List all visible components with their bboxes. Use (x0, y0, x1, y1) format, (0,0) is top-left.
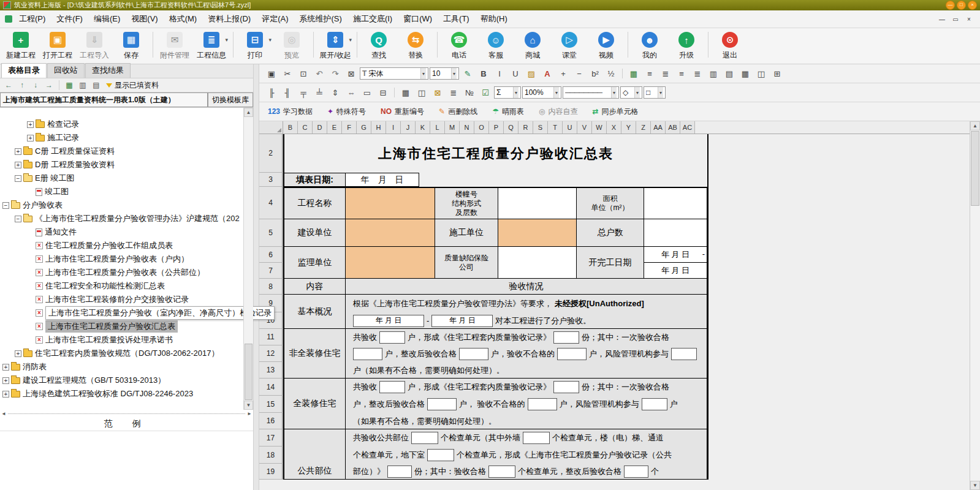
font-color-icon[interactable]: A (540, 66, 555, 81)
menu-data-report[interactable]: 资料上报(D) (202, 10, 256, 28)
panel-splitter[interactable] (253, 64, 259, 490)
check-icon[interactable]: ☑ (478, 85, 493, 100)
column-header[interactable]: F (342, 121, 357, 134)
save-button[interactable]: ▦保存 (113, 28, 150, 61)
minimize-button[interactable]: — (946, 1, 955, 10)
expander-icon[interactable]: + (2, 391, 9, 398)
find-button[interactable]: Q查找 (360, 28, 397, 61)
tree-item[interactable]: +住宅工程套内质量验收规范（DG/TJ08-2062-2017） (0, 347, 253, 360)
input-box[interactable] (557, 348, 587, 360)
formula-select[interactable]: Σ ▾ (494, 86, 521, 99)
tree-item[interactable]: +消防表 (0, 360, 253, 374)
row-header[interactable]: 4 (259, 187, 283, 219)
list-view-icon[interactable]: ▤ (90, 79, 102, 91)
tree-item[interactable]: 上海市住宅工程装修前分户交接验收记录 (0, 293, 253, 306)
row-header[interactable]: 5 (259, 219, 283, 247)
border-all-icon[interactable]: ⊞ (770, 66, 784, 81)
insert-row-above-icon[interactable]: ╤ (296, 85, 311, 100)
menu-construction-disclosure[interactable]: 施工交底(I) (348, 10, 398, 28)
numbered-list-icon[interactable]: ≣ (446, 85, 461, 100)
split-icon[interactable]: ◫ (414, 85, 429, 100)
column-header[interactable]: T (548, 121, 563, 134)
row-height-icon[interactable]: ⇕ (328, 85, 343, 100)
undo-icon[interactable]: ↶ (312, 66, 327, 81)
finish-date-input[interactable]: 年 月 日 (644, 263, 707, 279)
preview-button[interactable]: ◎预览 (273, 28, 310, 61)
supervisor-input[interactable] (346, 247, 435, 279)
borders-grid-icon[interactable]: ▦ (738, 66, 753, 81)
phone-button[interactable]: ☎电话 (441, 28, 477, 61)
exit-button[interactable]: ⊙退出 (712, 28, 748, 61)
input-box[interactable] (528, 398, 557, 410)
nav-forward-icon[interactable]: → (43, 79, 55, 91)
expander-icon[interactable]: + (15, 350, 21, 357)
tab-form-directory[interactable]: 表格目录 (1, 63, 47, 78)
switch-template-button[interactable]: 切换模板库 (208, 92, 253, 107)
input-box[interactable] (642, 398, 667, 410)
scroll-left-icon[interactable]: ◄ (1, 411, 6, 417)
column-header[interactable]: O (474, 121, 489, 134)
merge-cells-icon[interactable]: ▭ (360, 85, 374, 100)
menu-help[interactable]: 帮助(H) (475, 10, 513, 28)
tree-item[interactable]: 通知文件 (0, 225, 253, 239)
dropdown-arrow-icon[interactable]: ▾ (268, 37, 272, 43)
filter-filled-toggle[interactable]: 显示已填资料 (104, 80, 161, 91)
input-box[interactable] (459, 348, 488, 360)
tree-item[interactable]: +上海绿色建筑工程验收标准 DG/TJ08-2246-2023 (0, 387, 253, 401)
menu-edit[interactable]: 编辑(E) (88, 10, 126, 28)
row-header[interactable]: 17 (259, 429, 283, 447)
column-header[interactable]: U (563, 121, 577, 134)
expander-icon[interactable]: + (27, 121, 34, 128)
expander-icon[interactable]: + (2, 377, 9, 384)
section-content-non-decorated[interactable]: 共验收户，形成《住宅工程套内质量验收记录》份；其中：一次验收合格 户，整改后验收… (346, 329, 707, 379)
underline-icon[interactable]: U (508, 66, 523, 81)
row-header[interactable]: 6 (259, 247, 283, 263)
menu-window[interactable]: 窗口(W) (398, 10, 438, 28)
dropdown-arrow-icon[interactable]: ▾ (451, 68, 457, 79)
tree-item[interactable]: +检查记录 (0, 118, 253, 131)
upgrade-button[interactable]: ↑升级 (668, 28, 705, 61)
window-restore-button[interactable]: ▭ (949, 13, 962, 24)
project-name-input[interactable] (346, 187, 435, 219)
italic-icon[interactable]: I (492, 66, 507, 81)
support-button[interactable]: ☺客服 (477, 28, 514, 61)
input-box[interactable] (624, 466, 648, 478)
column-header[interactable]: AA (651, 121, 666, 134)
column-header[interactable]: K (416, 121, 430, 134)
insurance-company-input[interactable] (498, 247, 577, 279)
scroll-down-icon[interactable]: ▼ (970, 481, 980, 490)
distribute-rows-icon[interactable]: ▤ (722, 66, 737, 81)
my-account-button[interactable]: ☻我的 (631, 28, 668, 61)
developer-input[interactable] (346, 219, 435, 247)
expander-icon[interactable]: + (27, 135, 34, 141)
column-header[interactable]: P (489, 121, 504, 134)
expander-icon[interactable]: + (15, 162, 21, 168)
input-box[interactable]: 年 月 日 (431, 315, 493, 327)
tree-item[interactable]: 住宅工程安全和功能性检测汇总表 (0, 279, 253, 293)
menu-project[interactable]: 工程(P) (13, 10, 51, 28)
nav-back-icon[interactable]: ← (2, 79, 15, 91)
input-box[interactable] (523, 432, 550, 444)
distribute-cols-icon[interactable]: ▥ (706, 66, 721, 81)
tree-item-selected[interactable]: 上海市住宅工程质量分户验收汇总表 (0, 320, 253, 333)
column-header[interactable]: L (430, 121, 445, 134)
section-content-public-areas[interactable]: 共验收公共部位个检查单元（其中外墙个检查单元，楼（电）梯、通道 个检查单元，地下… (346, 429, 707, 480)
copy-node-icon[interactable]: ▥ (77, 79, 89, 91)
expander-icon[interactable]: − (15, 216, 21, 222)
font-size-select[interactable]: 10 ▾ (430, 67, 459, 80)
scroll-down-icon[interactable]: ▼ (244, 401, 253, 410)
column-header[interactable]: I (386, 121, 401, 134)
tree-item[interactable]: −E册 竣工图 (0, 172, 253, 185)
row-header[interactable]: 19 (259, 464, 283, 480)
tab-search-results[interactable]: 查找结果 (85, 63, 131, 78)
special-symbols-button[interactable]: ✦特殊符号 (327, 107, 366, 117)
replace-button[interactable]: ⇆替换 (397, 28, 434, 61)
column-header[interactable]: Y (621, 121, 636, 134)
weather-table-button[interactable]: ☂晴雨表 (492, 107, 524, 117)
row-header[interactable]: 7 (259, 263, 283, 279)
menu-system-maintenance[interactable]: 系统维护(S) (294, 10, 348, 28)
lock-icon[interactable]: ⊠ (344, 66, 359, 81)
learn-data-button[interactable]: 123学习数据 (268, 107, 313, 117)
input-box[interactable] (671, 348, 697, 360)
input-box[interactable] (427, 398, 457, 410)
